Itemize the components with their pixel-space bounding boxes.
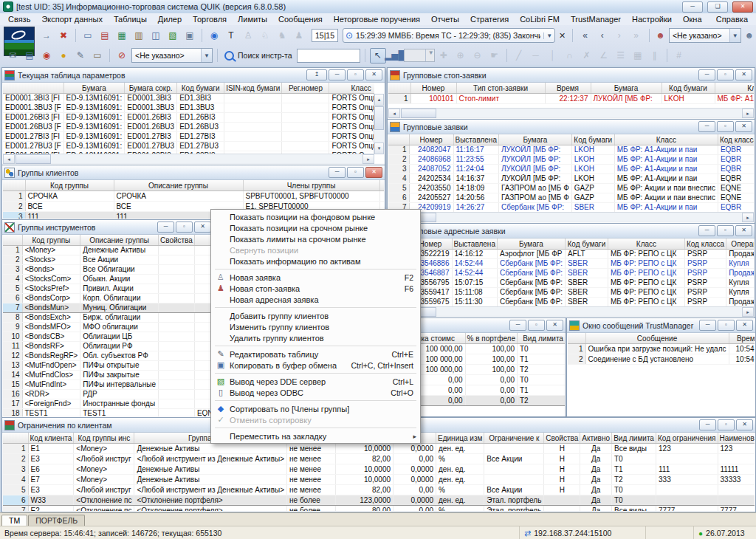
window-maximize-button[interactable] (347, 69, 364, 80)
client-stop-icon[interactable]: ◉ (38, 48, 55, 63)
column-header[interactable]: Время (545, 83, 591, 94)
column-header[interactable]: Выставлена (453, 134, 498, 145)
menu-item[interactable]: Новая адресная заявка (212, 294, 419, 305)
scroll-right-icon[interactable] (742, 109, 754, 118)
menu-item[interactable]: Добавить группу клиентов (212, 310, 419, 321)
table-row[interactable]: 16<RDR>РДР (3, 390, 213, 399)
menu-item[interactable]: Дилер (153, 14, 187, 24)
window-titlebar[interactable]: Групповые стоп-заявки (388, 68, 755, 83)
window-close-button[interactable] (735, 69, 752, 80)
column-header[interactable]: Тип стоп-заявки (456, 83, 545, 94)
menu-item[interactable]: ◆Сортировать по [Члены группы] (212, 403, 419, 414)
table-row[interactable]: 1100101Стоп-лимит22:12:37ЛУКОЙЛ [МБ ФР:L… (388, 94, 754, 104)
column-header[interactable]: Бумага (63, 83, 125, 94)
zoom-out-icon[interactable]: ⊖ (470, 48, 486, 63)
window-close-button[interactable] (546, 320, 563, 331)
orders-table-icon[interactable]: ▥ (131, 28, 147, 44)
table-row[interactable]: 17<ForeignFnd>Иностранные фонды (3, 399, 213, 409)
menu-item[interactable]: ▣Копировать в буфер обменаCtrl+C, Ctrl+I… (212, 360, 419, 371)
first-message-icon[interactable]: « (577, 28, 594, 44)
window-close-button[interactable] (736, 320, 753, 331)
menu-item[interactable]: Стратегия (465, 14, 514, 24)
copy-window-icon[interactable]: ▣ (182, 28, 198, 44)
window-titlebar[interactable]: Окно сообщений TrustManager (567, 318, 755, 333)
scroll-thumb[interactable] (16, 154, 51, 164)
table-row[interactable]: 32354688714:52:44Сбербанк [МБ ФР:SBERМБ … (388, 269, 754, 278)
table-row[interactable]: ED0001.3BI3 [FIED-9.13M16091:ED0001.3BI3… (3, 94, 374, 103)
column-header[interactable]: Свойства (544, 433, 580, 444)
window-minimize-button[interactable] (329, 69, 346, 80)
column-header[interactable]: Бумага (591, 83, 662, 94)
window-close-button[interactable] (365, 167, 382, 178)
column-header[interactable]: Код бумаги (662, 83, 715, 94)
table-row[interactable]: 15<MutFndInt>ПИФы интервальные (3, 380, 213, 390)
window-minimize-button[interactable] (699, 320, 716, 331)
column-header[interactable]: Номер (410, 83, 456, 94)
column-header[interactable]: Бумага (498, 134, 571, 145)
table-row[interactable]: 62420552714:20:56ГАЗПРОМ ао [МБ ФGAZPМБ … (388, 193, 754, 203)
world-offline-icon[interactable]: ⊘ (114, 48, 130, 63)
menu-item[interactable]: Экспорт данных (36, 14, 107, 24)
column-header[interactable]: Класс (329, 83, 374, 94)
table-row[interactable]: 32408705211:24:04ЛУКОЙЛ [МБ ФР:LKOHМБ ФР… (388, 165, 754, 174)
menu-item[interactable]: ♟Новая стоп-заявкаF6 (212, 283, 419, 294)
table-row[interactable]: 10<BondsCB>Облигации ЦБ (3, 332, 213, 342)
column-header[interactable]: Код группы (25, 180, 114, 191)
menu-item[interactable]: Связь (3, 14, 35, 24)
column-header[interactable]: Единица изм (436, 433, 484, 444)
menu-item[interactable]: Изменить группу клиентов (212, 321, 419, 332)
table-row[interactable]: 3<Bonds>Все Облигации (3, 265, 213, 275)
menu-item[interactable]: ✎Редактировать таблицуCtrl+E (212, 349, 419, 360)
menu-item[interactable]: Неторговые поручения (329, 14, 425, 24)
scroll-right-icon[interactable] (742, 213, 754, 222)
user-disconnected-icon[interactable]: ☻ (654, 28, 667, 44)
chart-period-select[interactable]: ▼ (404, 49, 435, 62)
menu-item[interactable]: Сообщения (273, 14, 328, 24)
table-row[interactable]: ED001.26BI3 [FIED-9.13M16091:ED001.26BI3… (3, 113, 374, 123)
close-button[interactable] (732, 1, 753, 13)
search-input[interactable] (297, 49, 360, 63)
window-close-button[interactable] (736, 419, 753, 430)
table-row[interactable]: ED001.27BU3 [FED-9.13M16091:ED001.27BU3E… (3, 142, 374, 151)
window-minimize-button[interactable] (329, 167, 346, 178)
menu-item[interactable]: Показать позиции на срочном рынке (212, 222, 419, 233)
menu-item[interactable]: Настройки (627, 14, 677, 24)
new-order-icon[interactable]: ♙ (240, 28, 256, 44)
window-minimize-button[interactable] (509, 320, 526, 331)
window-maximize-button[interactable] (176, 222, 193, 233)
column-header[interactable]: Класс (614, 134, 718, 145)
maximize-button[interactable] (707, 1, 728, 13)
scroll-down-icon[interactable] (374, 143, 384, 154)
table-row[interactable]: 4E7<Money>Денежные Активыне менее10,0000… (3, 475, 755, 485)
window-titlebar[interactable]: Группы инструментов (2, 220, 213, 235)
column-header[interactable]: Код класса (718, 134, 754, 145)
window-close-button[interactable] (735, 121, 752, 132)
table-row[interactable]: 3E6<Money>Денежные Активыне менее10,0000… (3, 464, 755, 475)
scroll-right-icon[interactable] (362, 154, 374, 164)
table-row[interactable]: 11<BondsRF>Облигации РФ (3, 342, 213, 351)
window-minimize-button[interactable] (698, 121, 715, 132)
window-minimize-button[interactable] (157, 222, 174, 233)
chart-values-icon[interactable]: # (671, 48, 687, 63)
column-header[interactable]: Код группы инс (74, 433, 134, 444)
column-header[interactable]: Номер (409, 134, 453, 145)
table-row[interactable]: 62355967515:11:30Сбербанк [МБ ФР:SBERМБ … (388, 298, 754, 307)
window-minimize-button[interactable] (698, 69, 715, 80)
column-header[interactable]: Код класса (684, 238, 726, 250)
info-icon[interactable]: ◉ (206, 28, 222, 44)
table-row[interactable]: 12<BondsRegRF>Обл. субъектов РФ (3, 351, 213, 361)
column-header[interactable]: Код группы (22, 235, 80, 246)
move-chart-icon[interactable]: ✚ (436, 48, 452, 63)
table-row[interactable]: 2<Stocks>Все Акции (3, 255, 213, 265)
table-row[interactable]: 6<BondsCorp>Корп. Облигации (3, 294, 213, 303)
portfolio-icon[interactable]: ▭ (89, 48, 106, 63)
menu-item[interactable]: Переместить на закладку▸ (212, 430, 419, 442)
column-header[interactable]: Активно (580, 433, 612, 444)
column-header[interactable]: Бумага сокр. (125, 83, 177, 94)
chart-bars-icon[interactable]: ▂▅█ (387, 48, 403, 63)
menu-item-help[interactable]: Справка (711, 14, 753, 24)
table-row[interactable]: 6W33<Отклонение пс<Отклонение портфеля>н… (3, 495, 755, 506)
column-header[interactable]: ISIN-код бумаги (224, 83, 282, 94)
table-row[interactable]: 2Соединение с БД установлено10:54:12 (568, 354, 755, 365)
table-row[interactable]: 12352221914:16:12Аэрофлот [МБ ФРAFLTМБ Ф… (388, 250, 754, 259)
